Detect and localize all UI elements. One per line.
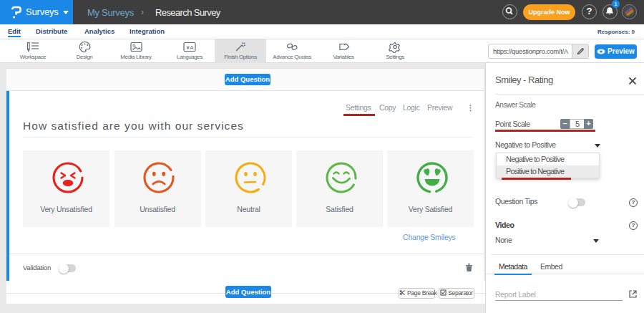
svg-text:A: A <box>190 44 194 51</box>
